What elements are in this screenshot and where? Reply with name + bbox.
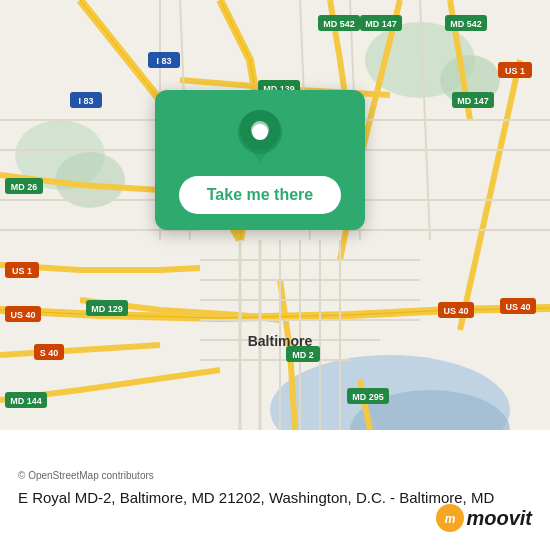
svg-text:US 40: US 40 <box>443 306 468 316</box>
svg-point-74 <box>256 128 264 136</box>
take-me-there-button[interactable]: Take me there <box>179 176 341 214</box>
svg-text:I 83: I 83 <box>156 56 171 66</box>
svg-text:I 83: I 83 <box>78 96 93 106</box>
svg-text:MD 26: MD 26 <box>11 182 38 192</box>
moovit-icon: m <box>434 502 466 534</box>
bottom-bar: © OpenStreetMap contributors E Royal MD-… <box>0 430 550 550</box>
svg-text:m: m <box>445 512 456 526</box>
svg-text:Baltimore: Baltimore <box>248 333 313 349</box>
svg-text:US 40: US 40 <box>10 310 35 320</box>
svg-text:US 40: US 40 <box>505 302 530 312</box>
svg-text:US 1: US 1 <box>12 266 32 276</box>
location-pin-icon <box>236 108 284 166</box>
copyright-text: © OpenStreetMap contributors <box>18 470 532 481</box>
svg-text:US 1: US 1 <box>505 66 525 76</box>
svg-text:MD 144: MD 144 <box>10 396 42 406</box>
svg-text:MD 147: MD 147 <box>457 96 489 106</box>
svg-text:S 40: S 40 <box>40 348 59 358</box>
svg-text:MD 129: MD 129 <box>91 304 123 314</box>
moovit-brand-text: moovit <box>466 507 532 530</box>
svg-text:MD 2: MD 2 <box>292 350 314 360</box>
svg-text:MD 295: MD 295 <box>352 392 384 402</box>
svg-text:MD 542: MD 542 <box>450 19 482 29</box>
moovit-logo: m moovit <box>434 502 532 534</box>
map-area: I 83 I 83 I 83 MD 139 MD 542 MD 542 MD 1… <box>0 0 550 430</box>
app-container: I 83 I 83 I 83 MD 139 MD 542 MD 542 MD 1… <box>0 0 550 550</box>
svg-text:MD 542: MD 542 <box>323 19 355 29</box>
svg-text:MD 147: MD 147 <box>365 19 397 29</box>
location-card: Take me there <box>155 90 365 230</box>
